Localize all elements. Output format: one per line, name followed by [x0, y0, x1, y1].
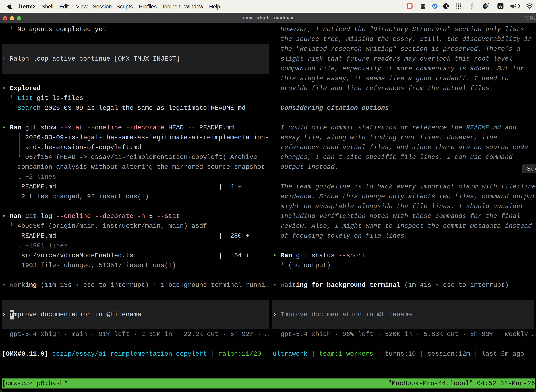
svg-text:A: A — [499, 4, 502, 9]
svg-text:..61: ..61 — [483, 5, 487, 8]
svg-text:1: 1 — [534, 16, 535, 20]
